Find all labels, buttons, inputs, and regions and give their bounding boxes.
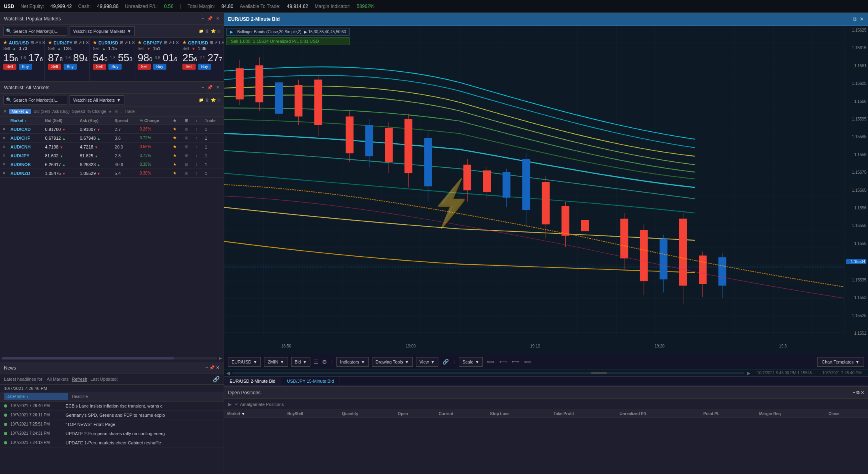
close-icon[interactable]: ✕ xyxy=(216,16,220,21)
row-check[interactable]: ✕ xyxy=(0,143,8,151)
news-item[interactable]: 10/7/2021 7:25:51 PM "TOP NEWS"-Front Pa… xyxy=(0,420,224,429)
all-trash-icon[interactable]: 🗑 xyxy=(205,98,209,102)
candle-icon[interactable]: ☰ xyxy=(314,359,319,365)
col-star[interactable]: ★ xyxy=(170,117,182,125)
gbpusd-sell-btn[interactable]: Sell xyxy=(182,64,196,70)
pin2-icon[interactable]: 📌 xyxy=(207,85,213,90)
pos-col-market[interactable]: Market ▼ xyxy=(224,410,284,418)
zoom-in-v-icon[interactable]: ⟷ xyxy=(511,358,520,366)
pos-col-close[interactable]: Close xyxy=(825,410,868,418)
pos-col-unrealized[interactable]: Unrealized P/L xyxy=(616,410,700,418)
col-market[interactable]: Market ↑ xyxy=(8,117,42,125)
news-item[interactable]: 10/7/2021 7:26:11 PM Germany's SPD, Gree… xyxy=(0,411,224,420)
row-icon1[interactable]: ⊞ xyxy=(182,160,193,169)
tab-usdjpy-15min[interactable]: USD/JPY 15-Minute Bid xyxy=(281,377,340,386)
row-star[interactable]: ★ xyxy=(170,143,182,151)
star-col-icon[interactable]: ★ xyxy=(108,109,112,114)
row-check[interactable]: ✕ xyxy=(0,169,8,178)
audusd-icon1[interactable]: ⊞ xyxy=(30,40,34,45)
all-star-add-icon[interactable]: ⭐ xyxy=(211,98,216,102)
settings-icon[interactable]: ⚙ xyxy=(322,359,327,365)
popular-search-input[interactable]: 🔍 Search For Market(s)... xyxy=(3,27,67,36)
row-star[interactable]: ★ xyxy=(170,125,182,134)
all-grid-icon[interactable]: ⊞ xyxy=(217,98,220,102)
row-icon1[interactable]: ⊞ xyxy=(182,134,193,143)
nav-scroll-thumb[interactable] xyxy=(591,372,607,374)
eurusd-buy-btn[interactable]: Buy xyxy=(108,64,122,70)
spread-col-btn[interactable]: Spread xyxy=(72,109,85,114)
eurusd-sell-btn[interactable]: Sell xyxy=(93,64,106,70)
drawing-tools-btn[interactable]: Drawing Tools ▼ xyxy=(372,357,413,367)
row-check[interactable]: ✕ xyxy=(0,134,8,143)
eurjpy-icon3[interactable]: ℹ xyxy=(83,40,84,45)
nav-right-icon[interactable]: ▶ xyxy=(747,370,750,376)
change-col-btn[interactable]: % Change xyxy=(87,109,106,114)
all-folder-icon[interactable]: 📁 xyxy=(199,98,204,102)
col-check[interactable] xyxy=(0,117,8,125)
timeframe-select[interactable]: 2MIN ▼ xyxy=(264,357,288,367)
tab-eurusd-2min[interactable]: EUR/USD 2-Minute Bid xyxy=(224,377,281,386)
h-scroll-thumb[interactable] xyxy=(2,357,174,360)
gbpusd-buy-btn[interactable]: Buy xyxy=(198,64,211,70)
pos-col-stoploss[interactable]: Stop Loss xyxy=(487,410,550,418)
eurjpy-buy-btn[interactable]: Buy xyxy=(64,64,77,70)
audusd-sell-btn[interactable]: Sell xyxy=(3,64,16,70)
row-icon2[interactable]: ↕ xyxy=(193,169,202,178)
zoom-in-h-icon[interactable]: ⟺ xyxy=(486,358,495,366)
table-row[interactable]: ✕ AUD/CNH 4.7198 ▼ 4.7218 ▼ 20.0 0.56% ★… xyxy=(0,143,224,151)
ask-col-btn[interactable]: Ask (Buy) xyxy=(52,109,70,114)
refresh-btn[interactable]: Refresh xyxy=(72,377,87,382)
market-col-btn[interactable]: Market ▲ xyxy=(9,109,31,114)
news-item[interactable]: 10/7/2021 7:24:31 PM UPDATE 2-European s… xyxy=(0,429,224,438)
popular-watchlist-select[interactable]: Watchlist: Popular Markets ▼ xyxy=(70,26,135,36)
col-icon2[interactable]: ↕ xyxy=(120,109,122,114)
nav-scroll-track[interactable] xyxy=(232,372,744,374)
audusd-icon2[interactable]: ↗ xyxy=(35,40,38,45)
news-attach-icon[interactable]: 🔗 xyxy=(213,376,220,382)
gbpusd-icon3[interactable]: ℹ xyxy=(218,40,220,45)
news-pin-icon[interactable]: 📌 xyxy=(209,365,215,370)
audusd-star[interactable]: ★ xyxy=(3,40,7,45)
row-icon2[interactable]: ↕ xyxy=(193,160,202,169)
table-row[interactable]: ✕ AUD/CHF 0.67912 ▲ 0.67948 ▲ 3.6 0.72% … xyxy=(0,134,224,143)
row-check[interactable]: ✕ xyxy=(0,125,8,134)
row-icon2[interactable]: ↕ xyxy=(193,143,202,151)
gbpjpy-icon4[interactable]: ✕ xyxy=(176,40,179,45)
pos-close-icon[interactable]: ✕ xyxy=(861,390,864,395)
collapse2-icon[interactable]: − xyxy=(202,85,204,90)
audusd-buy-btn[interactable]: Buy xyxy=(19,64,32,70)
eurjpy-icon4[interactable]: ✕ xyxy=(86,40,89,45)
view-btn[interactable]: View ▼ xyxy=(416,357,439,367)
h-scrollbar[interactable]: ▶ xyxy=(0,354,224,362)
gbpjpy-icon1[interactable]: ⊞ xyxy=(164,40,167,45)
scroll-right-icon[interactable]: ▶ xyxy=(219,356,222,360)
col-trade[interactable]: Trade xyxy=(202,117,224,125)
pos-collapse-icon[interactable]: − xyxy=(852,390,855,395)
pos-col-current[interactable]: Current xyxy=(436,410,487,418)
news-close-icon[interactable]: ✕ xyxy=(216,365,220,370)
row-star[interactable]: ★ xyxy=(170,169,182,178)
chart-templates-btn[interactable]: Chart Templates ▼ xyxy=(817,357,864,367)
scale-btn[interactable]: Scale ▼ xyxy=(459,357,483,367)
audusd-icon3[interactable]: ℹ xyxy=(39,40,41,45)
row-icon2[interactable]: ↕ xyxy=(193,125,202,134)
table-row[interactable]: ✕ AUD/NZD 1.05475 ▼ 1.05529 ▼ 5.4 0.30% … xyxy=(0,169,224,178)
bid-col-btn[interactable]: Bid (Sell) xyxy=(34,109,50,114)
gbpusd-icon1[interactable]: ⊞ xyxy=(210,40,213,45)
pos-expand-icon[interactable]: ▶ xyxy=(228,402,232,407)
row-icon1[interactable]: ⊞ xyxy=(182,151,193,160)
link-icon[interactable]: 🔗 xyxy=(442,358,450,366)
col-ask[interactable]: Ask (Buy) xyxy=(78,117,112,125)
eurjpy-star[interactable]: ★ xyxy=(48,40,52,45)
col-icon1[interactable]: ⊞ xyxy=(114,109,118,114)
table-row[interactable]: ✕ AUD/CAD 0.91780 ▼ 0.91807 ▼ 2.7 0.26% … xyxy=(0,125,224,134)
cross-icon[interactable]: ✕ xyxy=(3,109,7,114)
market-filter-label[interactable]: All Markets xyxy=(47,377,68,382)
folder-icon[interactable]: 📁 xyxy=(199,29,204,33)
col-i1[interactable]: ⊞ xyxy=(182,117,193,125)
news-collapse-icon[interactable]: − xyxy=(205,365,208,370)
close2-icon[interactable]: ✕ xyxy=(216,85,220,90)
grid-icon[interactable]: ⊞ xyxy=(217,29,220,33)
amalgamate-btn[interactable]: ✓ Amalgamate Positions xyxy=(235,402,284,407)
row-check[interactable]: ✕ xyxy=(0,160,8,169)
